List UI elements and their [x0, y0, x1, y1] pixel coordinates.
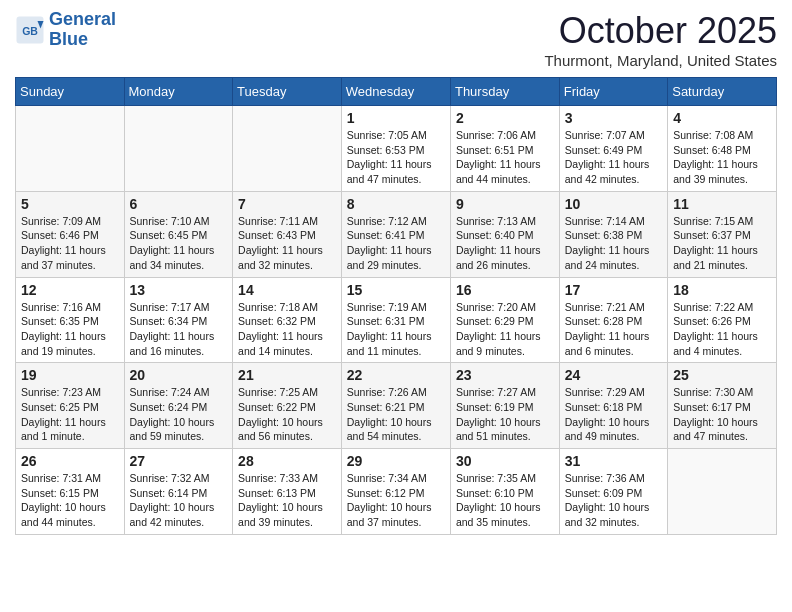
day-number: 26	[21, 453, 119, 469]
day-info: Sunrise: 7:17 AM Sunset: 6:34 PM Dayligh…	[130, 300, 228, 359]
day-info: Sunrise: 7:36 AM Sunset: 6:09 PM Dayligh…	[565, 471, 663, 530]
calendar-cell: 14Sunrise: 7:18 AM Sunset: 6:32 PM Dayli…	[233, 277, 342, 363]
day-info: Sunrise: 7:27 AM Sunset: 6:19 PM Dayligh…	[456, 385, 554, 444]
calendar-cell: 2Sunrise: 7:06 AM Sunset: 6:51 PM Daylig…	[450, 106, 559, 192]
day-info: Sunrise: 7:22 AM Sunset: 6:26 PM Dayligh…	[673, 300, 771, 359]
calendar-cell: 20Sunrise: 7:24 AM Sunset: 6:24 PM Dayli…	[124, 363, 233, 449]
day-info: Sunrise: 7:11 AM Sunset: 6:43 PM Dayligh…	[238, 214, 336, 273]
calendar-cell: 24Sunrise: 7:29 AM Sunset: 6:18 PM Dayli…	[559, 363, 668, 449]
calendar-cell: 19Sunrise: 7:23 AM Sunset: 6:25 PM Dayli…	[16, 363, 125, 449]
month-title: October 2025	[544, 10, 777, 52]
calendar-cell: 21Sunrise: 7:25 AM Sunset: 6:22 PM Dayli…	[233, 363, 342, 449]
day-number: 6	[130, 196, 228, 212]
day-number: 8	[347, 196, 445, 212]
weekday-header-wednesday: Wednesday	[341, 78, 450, 106]
day-number: 21	[238, 367, 336, 383]
day-number: 31	[565, 453, 663, 469]
weekday-header-tuesday: Tuesday	[233, 78, 342, 106]
calendar-week-5: 26Sunrise: 7:31 AM Sunset: 6:15 PM Dayli…	[16, 449, 777, 535]
day-number: 24	[565, 367, 663, 383]
day-number: 27	[130, 453, 228, 469]
day-info: Sunrise: 7:12 AM Sunset: 6:41 PM Dayligh…	[347, 214, 445, 273]
day-info: Sunrise: 7:18 AM Sunset: 6:32 PM Dayligh…	[238, 300, 336, 359]
logo-icon: GB	[15, 15, 45, 45]
calendar-cell: 15Sunrise: 7:19 AM Sunset: 6:31 PM Dayli…	[341, 277, 450, 363]
calendar-cell	[233, 106, 342, 192]
day-number: 9	[456, 196, 554, 212]
day-info: Sunrise: 7:32 AM Sunset: 6:14 PM Dayligh…	[130, 471, 228, 530]
day-number: 7	[238, 196, 336, 212]
logo-text: General Blue	[49, 10, 116, 50]
calendar-cell: 29Sunrise: 7:34 AM Sunset: 6:12 PM Dayli…	[341, 449, 450, 535]
day-info: Sunrise: 7:09 AM Sunset: 6:46 PM Dayligh…	[21, 214, 119, 273]
calendar-cell: 1Sunrise: 7:05 AM Sunset: 6:53 PM Daylig…	[341, 106, 450, 192]
calendar-cell: 5Sunrise: 7:09 AM Sunset: 6:46 PM Daylig…	[16, 191, 125, 277]
day-number: 10	[565, 196, 663, 212]
day-info: Sunrise: 7:13 AM Sunset: 6:40 PM Dayligh…	[456, 214, 554, 273]
day-info: Sunrise: 7:14 AM Sunset: 6:38 PM Dayligh…	[565, 214, 663, 273]
day-number: 12	[21, 282, 119, 298]
day-info: Sunrise: 7:30 AM Sunset: 6:17 PM Dayligh…	[673, 385, 771, 444]
calendar-cell	[16, 106, 125, 192]
day-info: Sunrise: 7:10 AM Sunset: 6:45 PM Dayligh…	[130, 214, 228, 273]
logo-general: General	[49, 9, 116, 29]
day-number: 1	[347, 110, 445, 126]
calendar-cell: 26Sunrise: 7:31 AM Sunset: 6:15 PM Dayli…	[16, 449, 125, 535]
weekday-header-sunday: Sunday	[16, 78, 125, 106]
calendar-cell: 12Sunrise: 7:16 AM Sunset: 6:35 PM Dayli…	[16, 277, 125, 363]
location: Thurmont, Maryland, United States	[544, 52, 777, 69]
day-info: Sunrise: 7:23 AM Sunset: 6:25 PM Dayligh…	[21, 385, 119, 444]
day-number: 25	[673, 367, 771, 383]
day-number: 16	[456, 282, 554, 298]
title-block: October 2025 Thurmont, Maryland, United …	[544, 10, 777, 69]
day-info: Sunrise: 7:19 AM Sunset: 6:31 PM Dayligh…	[347, 300, 445, 359]
day-number: 3	[565, 110, 663, 126]
calendar-week-4: 19Sunrise: 7:23 AM Sunset: 6:25 PM Dayli…	[16, 363, 777, 449]
calendar-cell: 17Sunrise: 7:21 AM Sunset: 6:28 PM Dayli…	[559, 277, 668, 363]
day-info: Sunrise: 7:15 AM Sunset: 6:37 PM Dayligh…	[673, 214, 771, 273]
day-info: Sunrise: 7:26 AM Sunset: 6:21 PM Dayligh…	[347, 385, 445, 444]
calendar-cell: 28Sunrise: 7:33 AM Sunset: 6:13 PM Dayli…	[233, 449, 342, 535]
day-number: 5	[21, 196, 119, 212]
calendar-cell: 23Sunrise: 7:27 AM Sunset: 6:19 PM Dayli…	[450, 363, 559, 449]
day-info: Sunrise: 7:16 AM Sunset: 6:35 PM Dayligh…	[21, 300, 119, 359]
logo-blue: Blue	[49, 29, 88, 49]
calendar-table: SundayMondayTuesdayWednesdayThursdayFrid…	[15, 77, 777, 535]
day-number: 22	[347, 367, 445, 383]
day-info: Sunrise: 7:07 AM Sunset: 6:49 PM Dayligh…	[565, 128, 663, 187]
calendar-cell	[668, 449, 777, 535]
day-info: Sunrise: 7:06 AM Sunset: 6:51 PM Dayligh…	[456, 128, 554, 187]
weekday-header-row: SundayMondayTuesdayWednesdayThursdayFrid…	[16, 78, 777, 106]
day-number: 29	[347, 453, 445, 469]
day-number: 15	[347, 282, 445, 298]
calendar-cell	[124, 106, 233, 192]
logo: GB General Blue	[15, 10, 116, 50]
calendar-cell: 4Sunrise: 7:08 AM Sunset: 6:48 PM Daylig…	[668, 106, 777, 192]
day-info: Sunrise: 7:34 AM Sunset: 6:12 PM Dayligh…	[347, 471, 445, 530]
calendar-week-2: 5Sunrise: 7:09 AM Sunset: 6:46 PM Daylig…	[16, 191, 777, 277]
calendar-cell: 6Sunrise: 7:10 AM Sunset: 6:45 PM Daylig…	[124, 191, 233, 277]
calendar-cell: 22Sunrise: 7:26 AM Sunset: 6:21 PM Dayli…	[341, 363, 450, 449]
weekday-header-thursday: Thursday	[450, 78, 559, 106]
calendar-cell: 27Sunrise: 7:32 AM Sunset: 6:14 PM Dayli…	[124, 449, 233, 535]
calendar-cell: 16Sunrise: 7:20 AM Sunset: 6:29 PM Dayli…	[450, 277, 559, 363]
calendar-cell: 11Sunrise: 7:15 AM Sunset: 6:37 PM Dayli…	[668, 191, 777, 277]
page-header: GB General Blue October 2025 Thurmont, M…	[15, 10, 777, 69]
day-info: Sunrise: 7:33 AM Sunset: 6:13 PM Dayligh…	[238, 471, 336, 530]
calendar-week-1: 1Sunrise: 7:05 AM Sunset: 6:53 PM Daylig…	[16, 106, 777, 192]
day-number: 14	[238, 282, 336, 298]
day-number: 19	[21, 367, 119, 383]
day-number: 28	[238, 453, 336, 469]
day-info: Sunrise: 7:21 AM Sunset: 6:28 PM Dayligh…	[565, 300, 663, 359]
day-number: 23	[456, 367, 554, 383]
day-info: Sunrise: 7:05 AM Sunset: 6:53 PM Dayligh…	[347, 128, 445, 187]
calendar-cell: 13Sunrise: 7:17 AM Sunset: 6:34 PM Dayli…	[124, 277, 233, 363]
day-number: 13	[130, 282, 228, 298]
weekday-header-saturday: Saturday	[668, 78, 777, 106]
day-number: 11	[673, 196, 771, 212]
weekday-header-monday: Monday	[124, 78, 233, 106]
calendar-cell: 9Sunrise: 7:13 AM Sunset: 6:40 PM Daylig…	[450, 191, 559, 277]
day-info: Sunrise: 7:29 AM Sunset: 6:18 PM Dayligh…	[565, 385, 663, 444]
calendar-cell: 10Sunrise: 7:14 AM Sunset: 6:38 PM Dayli…	[559, 191, 668, 277]
day-info: Sunrise: 7:20 AM Sunset: 6:29 PM Dayligh…	[456, 300, 554, 359]
